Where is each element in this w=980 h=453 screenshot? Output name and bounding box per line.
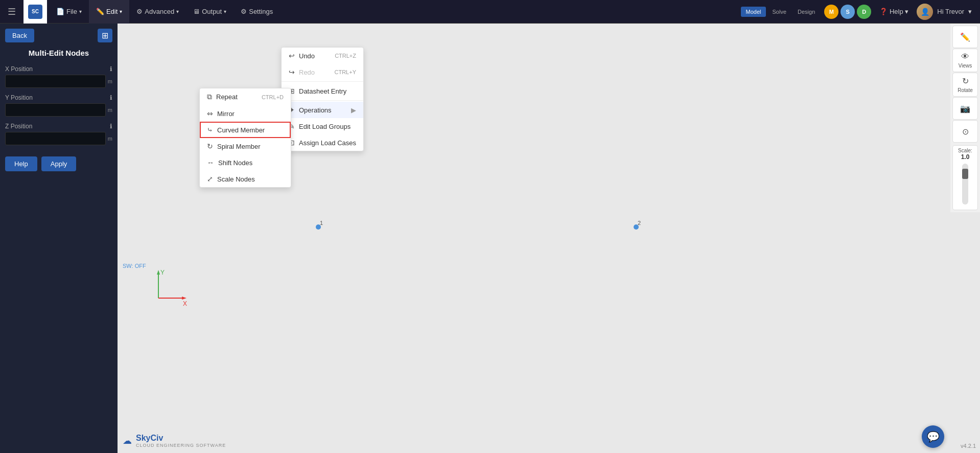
y-position-input[interactable]: [5, 103, 106, 117]
edit-menu-trigger[interactable]: ✏️ Edit ▾: [89, 0, 129, 24]
back-button[interactable]: Back: [5, 29, 34, 42]
x-input-wrap: m: [5, 75, 112, 88]
camera-icon: 📷: [960, 104, 970, 114]
panel-title: Multi-Edit Nodes: [5, 49, 112, 57]
rotate-icon: ↻: [962, 76, 969, 86]
edit-icon: ✏️: [96, 8, 104, 15]
sidebar: Back ⊞ Multi-Edit Nodes X Position ℹ m Y…: [0, 24, 118, 453]
chat-icon: 💬: [927, 431, 940, 443]
undo-item[interactable]: ↩ Undo CTRL+Z: [282, 48, 363, 64]
mode-solve[interactable]: Solve: [767, 7, 791, 17]
operations-arrow-icon: ▶: [351, 106, 356, 114]
rotate-button[interactable]: ↻ Rotate: [952, 73, 978, 97]
status-icons: M S D: [824, 5, 871, 19]
divider-1: [282, 81, 363, 82]
operations-item[interactable]: ✦ Operations ▶: [282, 102, 363, 118]
svg-marker-1: [157, 270, 160, 275]
skyciv-brand: SkyCiv Cloud Engineering Software: [136, 434, 226, 448]
mode-model[interactable]: Model: [741, 7, 766, 17]
hamburger-menu[interactable]: ☰: [0, 0, 24, 24]
z-position-field: Z Position ℹ m: [5, 123, 112, 145]
output-arrow-icon: ▾: [224, 9, 226, 14]
svg-marker-4: [182, 297, 186, 300]
redo-icon: ↪: [289, 68, 295, 76]
node-1-label: 1: [320, 220, 323, 226]
solve-status-icon[interactable]: S: [841, 5, 855, 19]
circle-icon: ⊙: [962, 127, 969, 137]
scale-nodes-item[interactable]: ⤢ Scale Nodes: [200, 171, 291, 187]
skyciv-sub: Cloud Engineering Software: [136, 443, 226, 448]
file-menu[interactable]: 📄 File ▾: [49, 0, 89, 24]
output-menu[interactable]: 🖥 Output ▾: [186, 0, 234, 24]
y-position-label: Y Position ℹ: [5, 94, 112, 101]
apply-button[interactable]: Apply: [41, 156, 77, 171]
skyciv-name: SkyCiv: [136, 434, 226, 443]
scale-value: 1.0: [955, 153, 975, 161]
version-label: v4.2.1: [961, 443, 976, 449]
grid-button[interactable]: ⊞: [98, 29, 112, 42]
help-button[interactable]: ❓ Help ▾: [875, 8, 913, 15]
shift-nodes-icon: ↔: [207, 158, 214, 167]
y-info-icon[interactable]: ℹ: [110, 94, 112, 101]
circle-tool-button[interactable]: ⊙: [952, 120, 978, 143]
curved-member-icon: ⤷: [207, 126, 213, 134]
pencil-tool-button[interactable]: ✏️: [952, 26, 978, 48]
advanced-menu[interactable]: ⚙ Advanced ▾: [129, 0, 186, 24]
z-info-icon[interactable]: ℹ: [110, 123, 112, 130]
spiral-member-item[interactable]: ↻ Spiral Member: [200, 138, 291, 154]
assign-load-cases-item[interactable]: ⊡ Assign Load Cases: [282, 134, 363, 151]
divider-2: [282, 100, 363, 101]
repeat-item[interactable]: ⧉ Repeat CTRL+D: [200, 88, 291, 105]
y-input-wrap: m: [5, 103, 112, 117]
svg-text:X: X: [183, 300, 187, 307]
skyciv-cloud-icon: ☁: [123, 435, 132, 446]
advanced-arrow-icon: ▾: [176, 9, 179, 14]
mode-design[interactable]: Design: [792, 7, 820, 17]
z-position-input[interactable]: [5, 132, 106, 145]
scale-slider[interactable]: [962, 164, 968, 205]
pencil-icon: ✏️: [960, 32, 970, 42]
camera-button[interactable]: 📷: [952, 97, 978, 120]
edit-load-groups-item[interactable]: ✎ Edit Load Groups: [282, 118, 363, 134]
mode-tabs: Model Solve Design: [741, 7, 821, 17]
svg-text:Y: Y: [160, 269, 165, 276]
y-unit: m: [108, 107, 112, 113]
settings-icon: ⚙: [241, 8, 247, 15]
avatar: 👤: [917, 4, 933, 20]
axes-indicator: Y X: [148, 267, 189, 310]
scale-section: Scale: 1.0: [952, 145, 978, 210]
views-button[interactable]: 👁 Views: [952, 49, 978, 72]
scale-label: Scale:: [955, 148, 975, 153]
canvas-area[interactable]: 1 2 SW: OFF Y X ☁ SkyCiv Cloud Engineeri: [118, 24, 980, 453]
help-panel-button[interactable]: Help: [5, 156, 37, 171]
file-icon: 📄: [56, 8, 64, 15]
sidebar-buttons: Help Apply: [5, 156, 112, 171]
shift-nodes-item[interactable]: ↔ Shift Nodes: [200, 154, 291, 171]
x-info-icon[interactable]: ℹ: [110, 65, 112, 73]
main-layout: Back ⊞ Multi-Edit Nodes X Position ℹ m Y…: [0, 24, 980, 453]
user-section[interactable]: 👤 Hi Trevor ▾: [917, 4, 972, 20]
help-arrow-icon: ▾: [905, 8, 908, 15]
x-position-input[interactable]: [5, 75, 106, 88]
x-position-field: X Position ℹ m: [5, 65, 112, 88]
views-icon: 👁: [961, 52, 969, 61]
x-position-label: X Position ℹ: [5, 65, 112, 73]
mirror-icon: ⇔: [207, 109, 213, 118]
z-position-label: Z Position ℹ: [5, 123, 112, 130]
operations-submenu: ⧉ Repeat CTRL+D ⇔ Mirror ⤷ Curved Member: [199, 88, 291, 188]
chat-button[interactable]: 💬: [922, 425, 944, 448]
node-2-label: 2: [638, 220, 641, 226]
datasheet-item[interactable]: ⊞ Datasheet Entry: [282, 83, 363, 99]
z-unit: m: [108, 135, 112, 142]
scale-nodes-icon: ⤢: [207, 175, 213, 183]
scale-thumb[interactable]: [962, 169, 968, 179]
settings-menu[interactable]: ⚙ Settings: [234, 0, 280, 24]
right-toolbar: ✏️ 👁 Views ↻ Rotate 📷 ⊙ Scale: 1.0: [950, 24, 980, 212]
advanced-icon: ⚙: [136, 8, 143, 15]
avatar-image: 👤: [917, 4, 933, 20]
curved-member-item[interactable]: ⤷ Curved Member: [200, 122, 291, 138]
x-unit: m: [108, 78, 112, 84]
model-status-icon[interactable]: M: [824, 5, 838, 19]
design-status-icon[interactable]: D: [857, 5, 871, 19]
mirror-item[interactable]: ⇔ Mirror: [200, 105, 291, 122]
